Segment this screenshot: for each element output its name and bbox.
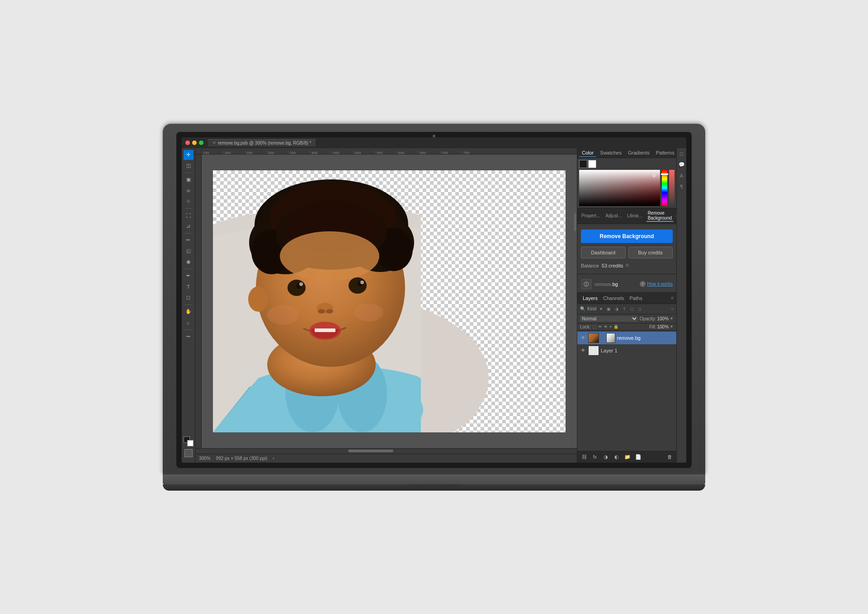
move-tool[interactable]: ✛ [184, 150, 193, 160]
delete-layer-icon[interactable]: 🗑 [665, 453, 674, 461]
eyedropper-tool[interactable]: ⊿ [184, 221, 193, 231]
kind-dropdown-arrow[interactable]: ▼ [599, 307, 603, 311]
traffic-lights [185, 141, 203, 145]
right-edge-icon-1[interactable]: ◻ [678, 150, 686, 158]
crop-tool[interactable]: ⛶ [184, 211, 193, 220]
fill-tool[interactable]: ◉ [184, 257, 193, 267]
scrollbar-thumb-h[interactable] [348, 450, 393, 452]
tab-layers[interactable]: Layers [580, 295, 600, 302]
text-tool[interactable]: T [184, 282, 193, 292]
lock-artboard-icon[interactable]: ⌖ [609, 324, 612, 329]
canvas-viewport[interactable] [202, 155, 577, 448]
right-edge-icon-4[interactable]: ¶ [678, 183, 686, 191]
close-button[interactable] [185, 141, 190, 145]
more-tools[interactable]: ••• [184, 332, 193, 342]
hand-tool[interactable]: ✋ [184, 307, 193, 317]
pen-tool[interactable]: ✒ [184, 271, 193, 281]
new-fill-adjustment-icon[interactable]: ◐ [613, 453, 621, 461]
right-edge-icon-3[interactable]: A [678, 172, 686, 180]
tick-650: 650 [419, 151, 440, 154]
right-edge-icon-2[interactable]: 💬 [678, 161, 686, 169]
close-tab-icon[interactable]: ✕ [212, 141, 216, 145]
refresh-balance-icon[interactable]: ↻ [626, 263, 629, 268]
screen-bezel: ✕ remove.bg.psb @ 300% (remove.bg, RGB/8… [176, 132, 692, 468]
tab-color[interactable]: Color [579, 149, 596, 157]
active-tab[interactable]: ✕ remove.bg.psb @ 300% (remove.bg, RGB/8… [208, 139, 316, 146]
tool-divider-5 [184, 305, 193, 305]
fg-bg-colors[interactable] [184, 436, 193, 446]
maximize-button[interactable] [199, 141, 203, 145]
new-layer-icon[interactable]: 📄 [634, 453, 642, 461]
ruler-row: 150 200 250 300 350 400 450 500 550 [195, 148, 577, 155]
blend-mode-select[interactable]: Normal Multiply Screen [580, 316, 638, 322]
add-mask-icon[interactable]: ◑ [602, 453, 610, 461]
mask-thumb-img [607, 333, 615, 342]
layers-bottom-toolbar: ⛓ fx ◑ ◐ 📁 📄 🗑 [577, 451, 676, 463]
zoom-tool[interactable]: ⌕ [184, 318, 193, 328]
canvas-with-ruler [195, 155, 577, 448]
color-panel-content [577, 158, 676, 208]
ruler-horizontal: 150 200 250 300 350 400 450 500 550 [202, 148, 577, 155]
filter-type-icon[interactable]: T [621, 306, 627, 312]
lock-image-icon[interactable]: ✏ [599, 324, 602, 329]
new-group-icon[interactable]: 📁 [623, 453, 632, 461]
balance-row: Balance 53 credits ↻ [581, 263, 673, 268]
lock-all-icon[interactable]: 🔒 [613, 324, 618, 329]
fill-value[interactable]: 100% [657, 324, 669, 329]
tab-properties[interactable]: Propert... [580, 213, 601, 219]
remove-background-button[interactable]: Remove Background [581, 230, 673, 243]
svg-point-17 [299, 282, 303, 286]
filter-adjustment-icon[interactable]: ◑ [613, 306, 620, 312]
select-subject-tool[interactable]: ⊹ [184, 197, 193, 206]
artboard-tool[interactable]: ◫ [184, 161, 193, 171]
tab-remove-background[interactable]: Remove Background [646, 210, 673, 222]
filter-toggle[interactable]: ○ [671, 306, 674, 311]
foreground-swatch[interactable] [579, 160, 587, 168]
fill-arrow[interactable]: ▼ [670, 324, 674, 329]
layers-panel-options-icon[interactable]: ≡ [671, 295, 674, 300]
tool-divider-2 [184, 208, 193, 209]
tab-patterns[interactable]: Patterns [653, 149, 676, 156]
opacity-arrow[interactable]: ▼ [670, 316, 674, 321]
lasso-tool[interactable]: ⌯ [184, 186, 193, 196]
background-color[interactable] [187, 440, 193, 446]
shape-tool[interactable]: ◻ [184, 293, 193, 303]
fx-icon[interactable]: fx [591, 453, 599, 461]
tab-swatches[interactable]: Swatches [597, 149, 624, 156]
dashboard-button[interactable]: Dashboard [581, 247, 626, 258]
color-gradient-field[interactable] [579, 170, 660, 206]
brush-tool[interactable]: ✏ [184, 235, 193, 245]
lock-position-icon[interactable]: ✛ [604, 324, 608, 329]
fill-label: Fill: [649, 324, 656, 329]
minimize-button[interactable] [192, 141, 197, 145]
layer-visibility-remove-bg[interactable]: 👁 [580, 335, 586, 341]
link-layers-icon[interactable]: ⛓ [580, 453, 588, 461]
layer-item-layer1[interactable]: 👁 Layer 1 [577, 344, 676, 357]
lock-transparency-icon[interactable]: ⬚ [593, 324, 597, 329]
tab-libraries[interactable]: Librar... [626, 213, 643, 219]
layer-visibility-layer1[interactable]: 👁 [580, 347, 586, 354]
tab-adjust[interactable]: Adjust... [604, 213, 623, 219]
filter-smart-icon[interactable]: ◻ [637, 306, 643, 312]
background-swatch[interactable] [588, 160, 596, 168]
tab-paths[interactable]: Paths [627, 295, 645, 302]
filter-shape-icon[interactable]: ⬡ [629, 306, 635, 312]
alpha-slider[interactable] [669, 170, 675, 206]
filter-pixel-icon[interactable]: ▣ [606, 306, 612, 312]
balance-label: Balance [581, 263, 599, 268]
tab-gradients[interactable]: Gradients [625, 149, 652, 156]
buy-credits-button[interactable]: Buy credits [628, 247, 673, 258]
quick-mask[interactable] [184, 449, 193, 457]
marquee-tool[interactable]: ▣ [184, 175, 193, 185]
baby-photo [213, 170, 566, 432]
nav-arrow[interactable]: › [273, 456, 274, 461]
hue-slider[interactable] [662, 170, 667, 206]
tab-channels[interactable]: Channels [600, 295, 627, 302]
fg-bg-swatches [579, 160, 675, 168]
layer-item-remove-bg[interactable]: 👁 ⛓ [577, 332, 676, 344]
color-cursor [653, 174, 656, 177]
horizontal-scrollbar[interactable] [195, 448, 577, 454]
opacity-value[interactable]: 100% [657, 316, 669, 321]
eraser-tool[interactable]: ◱ [184, 246, 193, 256]
how-it-works-link[interactable]: How it works [647, 281, 673, 286]
